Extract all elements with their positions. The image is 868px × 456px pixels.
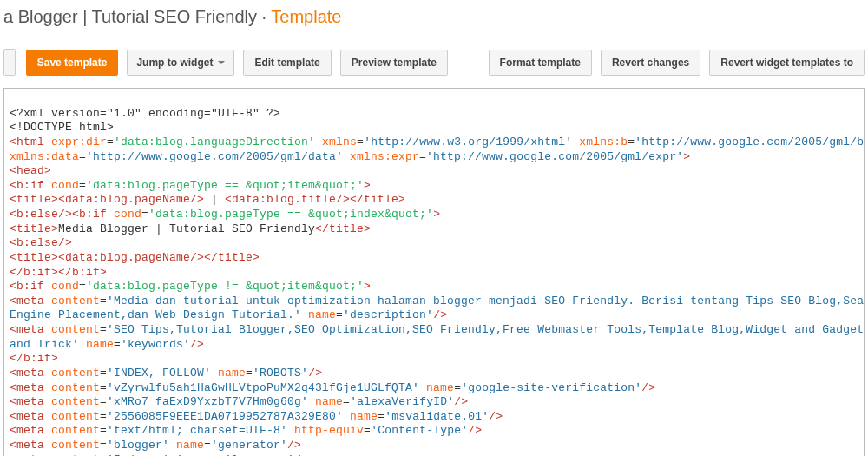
edit-template-button[interactable]: Edit template	[243, 50, 331, 76]
page-header: a Blogger | Tutorial SEO Friendly · Temp…	[0, 0, 868, 36]
jump-label: Jump to widget	[136, 56, 213, 69]
back-button-edge[interactable]	[3, 49, 16, 76]
title-text: a Blogger | Tutorial SEO Friendly ·	[3, 7, 271, 26]
save-template-button[interactable]: Save template	[26, 50, 119, 76]
page-title: a Blogger | Tutorial SEO Friendly · Temp…	[3, 7, 868, 27]
revert-widget-templates-button[interactable]: Revert widget templates to	[709, 50, 865, 76]
template-code-editor[interactable]: <?xml version="1.0" encoding="UTF-8" ?> …	[3, 88, 865, 456]
jump-to-widget-dropdown[interactable]: Jump to widget	[127, 50, 234, 76]
title-section: Template	[271, 7, 341, 26]
preview-template-button[interactable]: Preview template	[340, 50, 448, 76]
format-template-button[interactable]: Format template	[489, 50, 592, 76]
revert-changes-button[interactable]: Revert changes	[601, 50, 700, 76]
toolbar: Save template Jump to widget Edit templa…	[0, 36, 868, 88]
caret-down-icon	[218, 61, 225, 64]
